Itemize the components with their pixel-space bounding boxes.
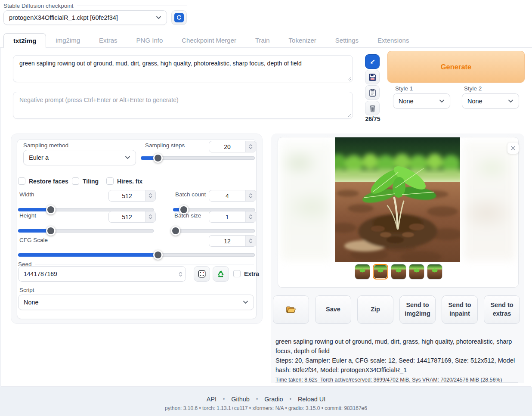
cfg-scale-slider[interactable] [18,250,255,260]
tab-extras[interactable]: Extras [90,33,127,47]
random-seed-button[interactable] [194,266,210,282]
output-actions: Save Zip Send to img2img Send to inpaint… [273,295,520,324]
gallery-thumbnail[interactable] [409,264,424,279]
divider [275,382,518,383]
stepper-arrows[interactable] [245,190,256,201]
checkbox[interactable] [18,177,25,185]
main-tabbar: txt2img img2img Extras PNG Info Checkpoi… [0,33,532,48]
stepper-arrows[interactable] [145,211,155,222]
send-to-extras-button[interactable]: Send to extras [484,295,520,324]
width-input[interactable]: 512 [108,190,156,202]
cfg-scale-label: CFG Scale [19,237,48,243]
tab-extensions[interactable]: Extensions [368,33,418,47]
batch-size-input[interactable]: 1 [209,211,256,223]
output-panel: Save Zip Send to img2img Send to inpaint… [271,133,524,383]
checkpoint-select[interactable]: protogenX34OfficialR_1.ckpt [60fe2f34] [3,10,167,25]
refresh-checkpoint-button[interactable] [171,10,187,25]
apply-style-button[interactable] [365,85,380,100]
height-input[interactable]: 512 [108,211,156,223]
stepper-arrows[interactable] [145,190,155,201]
sampling-method-select[interactable]: Euler a [23,150,136,165]
height-slider[interactable] [18,226,154,236]
save-style-button[interactable] [365,70,380,84]
negative-prompt-input[interactable] [13,92,353,119]
version-info: python: 3.10.6 • torch: 1.13.1+cu117 • x… [0,405,532,411]
gallery-thumbnail[interactable] [427,264,442,279]
batch-size-label: Batch size [174,212,201,219]
generation-time-text: Time taken: 8.62s Torch active/reserved:… [275,376,518,384]
stable-diffusion-webui: Stable Diffusion checkpoint protogenX34O… [0,0,532,416]
tab-img2img[interactable]: img2img [46,33,90,47]
read-generation-params-button[interactable] [365,54,380,69]
slider-knob[interactable] [46,226,56,236]
chevron-down-icon [439,99,445,103]
gallery-thumbnail-selected[interactable] [373,264,388,279]
tab-settings[interactable]: Settings [326,33,368,47]
checkbox[interactable] [233,270,241,277]
prompt-input[interactable]: green sapling rowing out of ground, mud,… [13,55,353,82]
open-folder-button[interactable] [273,295,309,324]
gallery-thumbnail[interactable] [391,264,406,279]
tab-tokenizer[interactable]: Tokenizer [279,33,326,47]
slider-knob[interactable] [153,153,163,163]
sampling-steps-slider[interactable] [141,153,255,163]
chevron-down-icon [508,99,513,103]
hires-fix-checkbox[interactable]: Hires. fix [106,177,142,185]
floppy-icon [368,73,377,81]
api-link[interactable]: API [207,396,217,403]
gallery-thumbnail[interactable] [355,264,370,279]
save-button[interactable]: Save [315,295,351,324]
prompt-field-wrap: green sapling rowing out of ground, mud,… [13,55,353,82]
batch-count-label: Batch count [175,191,206,198]
stepper-arrows[interactable] [245,211,256,222]
divider [35,264,254,264]
cfg-scale-input[interactable]: 12 [209,235,256,247]
stepper-arrows[interactable] [245,236,256,246]
extra-seed-checkbox[interactable]: Extra [233,270,259,277]
gradio-link[interactable]: Gradio [264,396,283,403]
chevron-down-icon [243,301,248,304]
tab-checkpoint-merger[interactable]: Checkpoint Merger [172,33,246,47]
send-to-img2img-button[interactable]: Send to img2img [399,295,436,324]
github-link[interactable]: Github [231,396,250,403]
clipboard-icon [368,89,377,97]
generation-params-text: Steps: 20, Sampler: Euler a, CFG scale: … [275,356,518,375]
close-gallery-button[interactable] [507,143,519,154]
zip-button[interactable]: Zip [357,295,393,324]
generate-button[interactable]: Generate [387,51,525,83]
slider-knob[interactable] [46,205,56,214]
generated-image[interactable] [335,137,460,262]
slider-knob[interactable] [153,250,163,260]
gallery-box [278,137,519,288]
stepper-arrows[interactable] [245,141,256,152]
reuse-seed-button[interactable] [213,266,229,282]
prompt-tools [365,54,380,115]
script-select[interactable]: None [18,295,254,310]
restore-faces-checkbox[interactable]: Restore faces [18,177,68,185]
stepper-arrows[interactable] [175,267,186,281]
reload-ui-link[interactable]: Reload UI [298,396,325,403]
style2-label: Style 2 [464,85,482,92]
batch-count-input[interactable]: 4 [209,190,256,202]
seed-input[interactable]: 1441787169 [18,266,186,282]
tiling-checkbox[interactable]: Tiling [72,177,99,185]
batch-size-slider[interactable] [173,226,255,236]
checkpoint-label-row: Stable Diffusion checkpoint [3,3,187,9]
negative-prompt-field-wrap [13,92,353,119]
clear-prompt-button[interactable] [365,101,380,115]
send-to-inpaint-button[interactable]: Send to inpaint [442,295,478,324]
refresh-icon [174,13,184,22]
tab-txt2img[interactable]: txt2img [3,33,46,48]
gallery-preview-ghost-right [464,142,515,261]
style1-select[interactable]: None [393,93,450,109]
checkbox[interactable] [106,177,114,185]
divider [77,6,187,6]
sampling-steps-input[interactable]: 20 [209,141,256,152]
style2-select[interactable]: None [462,93,519,109]
style1-label: Style 1 [395,85,413,92]
sampling-method-label: Sampling method [23,142,68,149]
checkbox[interactable] [72,177,79,185]
tab-png-info[interactable]: PNG Info [127,33,173,47]
tab-train[interactable]: Train [246,33,279,47]
slider-knob[interactable] [171,226,180,236]
